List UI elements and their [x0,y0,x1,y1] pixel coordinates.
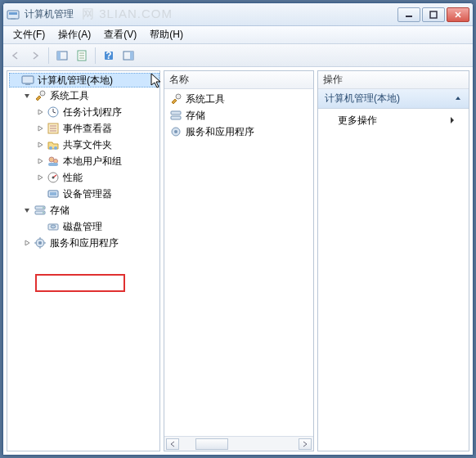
svg-rect-1 [9,12,17,15]
list-item-label: 服务和应用程序 [186,125,254,139]
action-section-title[interactable]: 计算机管理(本地) [318,89,469,109]
tree-label: 共享文件夹 [61,138,114,152]
tree-label: 本地用户和组 [61,155,123,168]
tree-storage[interactable]: 存储 [22,202,159,218]
svg-point-27 [49,146,52,150]
menu-view[interactable]: 查看(V) [97,26,143,43]
forward-button[interactable] [26,47,44,65]
tree-root-label: 计算机管理(本地) [36,74,115,88]
device-icon [47,187,60,200]
clock-icon [47,106,60,119]
list-item-storage[interactable]: 存储 [164,107,313,123]
menu-help[interactable]: 帮助(H) [143,26,190,43]
tree-device-manager[interactable]: 设备管理器 [35,186,159,202]
svg-point-33 [52,177,55,179]
services-icon [34,236,47,249]
maximize-button[interactable] [422,7,445,22]
tools-icon [34,89,47,102]
expand-icon[interactable] [22,238,32,248]
minimize-button[interactable] [397,7,420,22]
svg-text:?: ? [106,50,111,61]
window-title: 计算机管理 [25,7,397,21]
event-icon [47,122,60,135]
tree-body: 计算机管理(本地) 系统工具 [7,71,159,451]
tree-task-scheduler[interactable]: 任务计划程序 [35,104,159,120]
scroll-left-button[interactable] [166,438,179,450]
highlight-annotation [35,274,125,292]
tree-services-apps[interactable]: 服务和应用程序 [22,235,159,251]
svg-rect-31 [48,163,58,166]
menu-file[interactable]: 文件(F) [7,26,52,43]
svg-point-28 [54,146,57,150]
close-button[interactable] [447,7,469,22]
tree-local-users[interactable]: 本地用户和组 [35,153,159,169]
console-tree[interactable]: 计算机管理(本地) 系统工具 [7,73,159,251]
services-icon [169,125,182,138]
expand-icon[interactable] [35,107,45,117]
list-header[interactable]: 名称 [164,71,313,89]
svg-rect-46 [171,116,181,119]
svg-rect-35 [50,192,56,195]
tree-event-viewer[interactable]: 事件查看器 [35,120,159,137]
tree-label: 磁盘管理 [61,220,104,234]
disk-icon [47,220,60,233]
action-header-label: 操作 [323,73,343,87]
show-hide-tree-button[interactable] [53,47,71,65]
tree-label: 服务和应用程序 [48,236,120,250]
action-panel: 操作 计算机管理(本地) 更多操作 [317,70,469,451]
svg-rect-16 [130,52,133,60]
tree-disk-management[interactable]: 磁盘管理 [35,218,159,235]
tree-panel: 计算机管理(本地) 系统工具 [7,70,160,451]
expand-icon[interactable] [35,156,45,166]
list-item-label: 系统工具 [186,92,225,106]
svg-rect-17 [22,76,34,83]
scroll-right-button[interactable] [299,438,312,450]
list-panel: 名称 系统工具 存储 服务和应用程序 [164,70,314,451]
tree-shared-folders[interactable]: 共享文件夹 [35,137,159,153]
storage-icon [169,109,182,122]
svg-point-43 [38,241,42,245]
tree-label: 系统工具 [48,89,91,103]
menubar: 文件(F) 操作(A) 查看(V) 帮助(H) [3,26,473,44]
horizontal-scrollbar[interactable] [164,436,313,451]
svg-rect-18 [25,83,30,85]
tree-label: 存储 [48,204,71,218]
action-more[interactable]: 更多操作 [318,109,469,132]
help-button[interactable]: ? [100,47,118,65]
expand-icon[interactable] [35,173,45,182]
properties-button[interactable] [73,47,91,65]
users-icon [47,155,60,168]
list-item-system-tools[interactable]: 系统工具 [164,91,313,107]
tree-root[interactable]: 计算机管理(本地) [9,73,159,88]
toolbar-separator [95,47,96,64]
svg-rect-45 [171,111,181,114]
window-buttons [397,7,469,22]
show-action-pane-button[interactable] [119,47,137,65]
svg-point-19 [40,91,45,96]
action-section-label: 计算机管理(本地) [325,92,400,106]
expand-icon[interactable] [35,140,45,150]
tree-label: 设备管理器 [61,187,114,201]
tree-label: 事件查看器 [61,122,114,136]
list-body[interactable]: 系统工具 存储 服务和应用程序 [164,89,313,436]
scroll-thumb[interactable] [195,438,228,450]
tree-label: 性能 [61,171,84,185]
svg-point-30 [54,159,58,164]
window-frame: 计算机管理 网 3LIAN.COM 文件(F) 操作(A) 查看(V) 帮助(H… [2,2,474,456]
computer-icon [21,74,34,87]
column-name: 名称 [169,73,189,87]
svg-point-38 [43,207,44,209]
menu-action[interactable]: 操作(A) [52,26,97,43]
collapse-icon[interactable] [22,205,32,215]
back-button[interactable] [7,47,25,65]
tree-system-tools[interactable]: 系统工具 [22,88,159,104]
svg-rect-8 [57,52,61,60]
tree-performance[interactable]: 性能 [35,169,159,186]
list-item-services-apps[interactable]: 服务和应用程序 [164,123,313,140]
collapse-icon[interactable] [22,91,32,101]
titlebar[interactable]: 计算机管理 网 3LIAN.COM [3,3,473,26]
folder-share-icon [47,138,60,151]
svg-point-48 [174,130,177,133]
chevron-right-icon [449,115,456,127]
expand-icon[interactable] [35,123,45,133]
